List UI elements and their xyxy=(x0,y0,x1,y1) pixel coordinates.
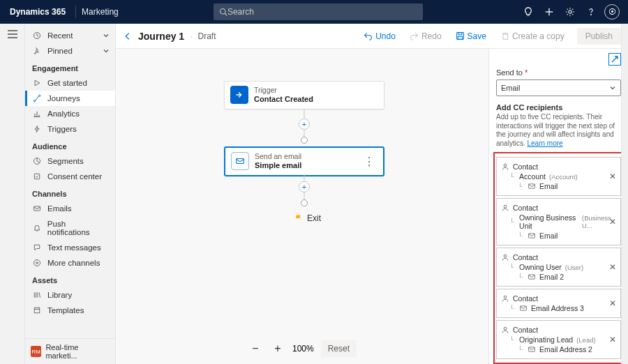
nav-area-switcher[interactable]: RM Real-time marketi... xyxy=(25,338,115,364)
nav-triggers[interactable]: Triggers xyxy=(25,121,115,137)
node-send-email[interactable]: Send an email Simple email ⋮ xyxy=(224,146,384,176)
area-label: Real-time marketi... xyxy=(45,343,110,360)
chat-icon xyxy=(32,243,42,252)
send-to-select[interactable]: Email xyxy=(496,79,621,96)
svg-point-25 xyxy=(504,164,507,167)
exit-node: Exit xyxy=(294,213,321,223)
remove-icon[interactable]: ✕ xyxy=(609,172,616,181)
chevron-down-icon xyxy=(103,47,110,54)
nav-segments[interactable]: Segments xyxy=(25,153,115,169)
exit-label: Exit xyxy=(307,213,321,223)
expand-panel-button[interactable] xyxy=(608,53,621,66)
nav-consent[interactable]: Consent center xyxy=(25,169,115,184)
bolt-icon xyxy=(32,125,42,133)
undo-label: Undo xyxy=(375,31,396,41)
module-label: Marketing xyxy=(82,7,119,17)
nav-analytics[interactable]: Analytics xyxy=(25,106,115,121)
cc-card[interactable]: ✕ Contact └Email Address 3 xyxy=(496,289,621,318)
back-button[interactable] xyxy=(123,31,133,41)
cc-card[interactable]: ✕ Contact └Originating Lead (Lead) └Emai… xyxy=(496,320,621,359)
cc-mid: Account xyxy=(519,172,546,181)
connector xyxy=(304,130,305,137)
nav-label: Get started xyxy=(47,79,87,87)
undo-button[interactable]: Undo xyxy=(359,29,400,44)
nav-text[interactable]: Text messages xyxy=(25,240,115,255)
nav-push[interactable]: Push notifications xyxy=(25,216,115,240)
nav-emails[interactable]: Emails xyxy=(25,201,115,216)
node-kind-label: Send an email xyxy=(255,152,301,161)
add-node-button[interactable]: + xyxy=(299,181,310,192)
gear-icon[interactable] xyxy=(560,1,581,22)
nav-label: Analytics xyxy=(47,109,80,118)
lightbulb-icon[interactable] xyxy=(518,1,539,22)
mail-icon xyxy=(528,273,536,281)
zoom-reset-button[interactable]: Reset xyxy=(321,340,357,357)
mail-icon xyxy=(528,232,536,240)
person-icon xyxy=(501,204,509,212)
cc-leaf: Email Address 3 xyxy=(531,304,584,312)
svg-rect-28 xyxy=(529,234,535,238)
help-icon[interactable] xyxy=(581,1,601,22)
cc-card[interactable]: ✕ Contact └Owning User (User) └Email 2 xyxy=(496,248,621,287)
nav-get-started[interactable]: Get started xyxy=(25,75,115,91)
svg-point-33 xyxy=(504,327,507,330)
add-icon[interactable] xyxy=(539,1,560,22)
scrollbar[interactable] xyxy=(621,24,628,364)
send-to-label: Send to xyxy=(496,68,621,77)
cc-leaf: Email xyxy=(539,182,558,190)
copy-label: Create a copy xyxy=(512,31,565,41)
clock-icon xyxy=(32,31,42,40)
svg-rect-23 xyxy=(503,34,508,39)
learn-more-link[interactable]: Learn more xyxy=(527,139,562,147)
node-trigger[interactable]: Trigger Contact Created xyxy=(224,81,384,109)
cc-card[interactable]: ✕ Contact └Account (Account) └Email xyxy=(496,157,621,196)
nav-label: Text messages xyxy=(47,243,101,252)
connector-dot xyxy=(301,199,308,206)
remove-icon[interactable]: ✕ xyxy=(609,298,616,308)
cc-leaf: Email 2 xyxy=(539,273,564,281)
cc-card[interactable]: ✕ Contact └Owning Business Unit (Busines… xyxy=(496,198,621,245)
zoom-out-button[interactable]: − xyxy=(248,341,263,356)
search-input[interactable] xyxy=(227,7,417,17)
svg-rect-34 xyxy=(529,347,535,351)
nav-library[interactable]: Library xyxy=(25,287,115,303)
library-icon xyxy=(32,291,42,299)
node-more-icon[interactable]: ⋮ xyxy=(361,155,377,168)
nav-more-channels[interactable]: More channels xyxy=(25,255,115,271)
nav-pinned[interactable]: Pinned xyxy=(25,43,115,59)
hamburger-icon[interactable] xyxy=(7,29,18,364)
mail-icon xyxy=(528,182,536,190)
connector-dot xyxy=(301,137,308,144)
svg-rect-22 xyxy=(458,36,463,39)
cc-mid: Originating Lead xyxy=(519,335,573,344)
redo-button: Redo xyxy=(405,29,446,44)
nav-recent[interactable]: Recent xyxy=(25,28,115,43)
svg-point-29 xyxy=(504,255,507,257)
remove-icon[interactable]: ✕ xyxy=(609,217,616,227)
cc-leaf: Email Address 2 xyxy=(539,345,592,354)
cc-leaf: Email xyxy=(539,232,558,240)
svg-rect-16 xyxy=(34,206,40,211)
nav-templates[interactable]: Templates xyxy=(25,303,115,318)
nav-journeys[interactable]: Journeys xyxy=(25,91,115,106)
node-kind-label: Trigger xyxy=(254,86,313,95)
mail-icon xyxy=(32,204,42,213)
left-nav: Recent Pinned Engagement Get started Jou… xyxy=(25,24,116,364)
cc-root: Contact xyxy=(513,162,538,171)
cc-mid: Owning User xyxy=(519,263,562,271)
global-search[interactable] xyxy=(214,3,423,20)
chevron-down-icon xyxy=(103,32,110,39)
save-button[interactable]: Save xyxy=(451,29,491,44)
person-icon xyxy=(501,253,509,261)
journey-canvas[interactable]: Trigger Contact Created + Send an email … xyxy=(116,49,488,364)
cc-section-title: Add CC recipients xyxy=(496,103,621,112)
remove-icon[interactable]: ✕ xyxy=(609,262,616,272)
remove-icon[interactable]: ✕ xyxy=(609,335,616,344)
nav-group-engagement: Engagement xyxy=(25,59,115,75)
zoom-in-button[interactable]: + xyxy=(270,341,285,356)
user-avatar[interactable]: ⦿ xyxy=(601,1,622,22)
add-node-button[interactable]: + xyxy=(299,119,310,130)
page-toolbar: Journey 1 · Draft Undo Redo Save Create … xyxy=(116,24,628,49)
page-title: Journey 1 xyxy=(138,31,184,42)
main-area: Journey 1 · Draft Undo Redo Save Create … xyxy=(116,24,628,364)
